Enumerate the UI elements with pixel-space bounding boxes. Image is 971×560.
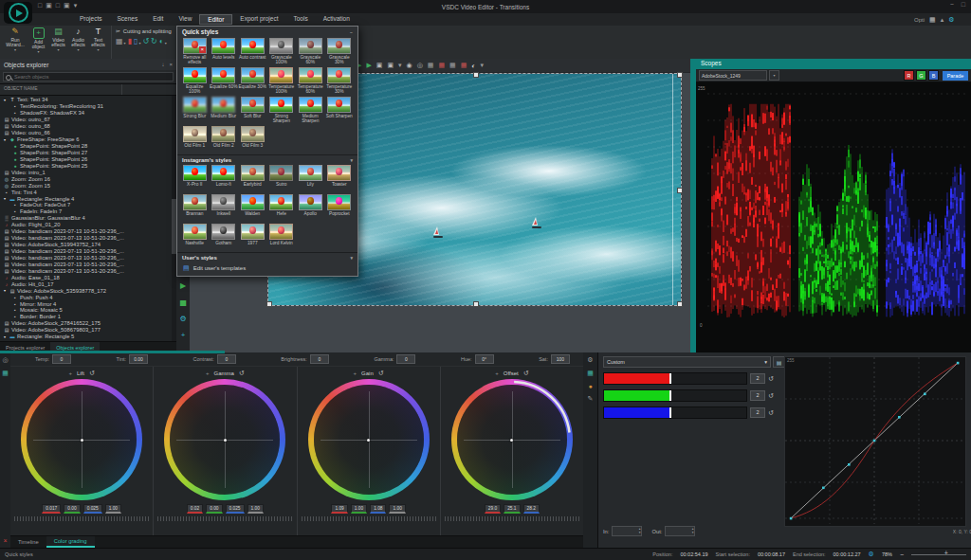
- quick-style-equalize-60[interactable]: Equalize 60%: [210, 67, 239, 95]
- parade-button[interactable]: Parade: [943, 71, 968, 81]
- tree-item[interactable]: ▤Video: AdobeStock_519943752_174: [0, 242, 176, 248]
- record-icon[interactable]: ◎: [2, 356, 8, 364]
- search-input[interactable]: [3, 72, 174, 81]
- quick-style-apollo[interactable]: Apollo: [296, 194, 325, 222]
- expander-icon[interactable]: ▾: [4, 137, 8, 142]
- quick-style-grayscale-60[interactable]: Grayscale 60%: [296, 38, 325, 65]
- chart-green-icon[interactable]: ▅: [180, 294, 186, 311]
- tree-item[interactable]: ▤Video: bandicam 2023-07-13 10-51-20-236…: [0, 267, 176, 274]
- wheel-value[interactable]: 0.025: [83, 504, 102, 514]
- blue-channel-bar[interactable]: [603, 406, 747, 419]
- quick-style-equalize-30[interactable]: Equalize 30%: [238, 67, 267, 95]
- selection-handle[interactable]: [473, 72, 479, 78]
- wheel-value[interactable]: 0.00: [64, 504, 80, 514]
- export-project-icon[interactable]: ▣: [64, 2, 70, 9]
- tree-item[interactable]: ▾▤Video: AdobeStock_535938778_172: [0, 287, 176, 294]
- tree-item[interactable]: ▤Video: AdobeStock_508679803_177: [0, 327, 176, 334]
- expander-icon[interactable]: ▾: [4, 196, 8, 201]
- expander-icon[interactable]: ▾: [4, 98, 8, 102]
- close-icon[interactable]: ×: [169, 62, 173, 67]
- channel-marker[interactable]: [669, 390, 671, 401]
- wheel-value[interactable]: 1.00: [389, 504, 405, 514]
- zoom-out-icon[interactable]: −: [900, 551, 904, 558]
- play-scene-icon[interactable]: ▶: [366, 62, 371, 69]
- tree-item[interactable]: ▤Video: bandicam 2023-07-13 10-51-20-236…: [0, 261, 176, 267]
- blue-channel-value[interactable]: 2: [750, 407, 765, 418]
- tree-item[interactable]: ▪Border: Border 1: [0, 314, 176, 320]
- tree-item[interactable]: ▤Video: intro_1: [0, 169, 176, 175]
- quick-style-temperature-60[interactable]: Temperature 60%: [296, 67, 325, 95]
- pin-icon[interactable]: ↓: [161, 62, 164, 67]
- gear-icon[interactable]: ⚙: [587, 356, 593, 364]
- wheel-value[interactable]: 1.09: [331, 504, 347, 514]
- red-channel-value[interactable]: 2: [750, 373, 765, 384]
- color-wheel-gain[interactable]: [308, 379, 430, 500]
- chevron-down-icon[interactable]: ▾: [350, 255, 353, 261]
- quick-style-toaster[interactable]: Toaster: [325, 165, 355, 192]
- tree-item[interactable]: ●ShapePoint: ShapePoint 28: [0, 143, 176, 150]
- menu-item-edit[interactable]: Edit: [145, 14, 171, 25]
- marker-red-icon[interactable]: ▦: [438, 62, 445, 69]
- quick-style-medium-blur[interactable]: Medium Blur: [210, 97, 239, 124]
- object-name-column-header[interactable]: OBJECT NAME: [0, 83, 176, 96]
- app-logo[interactable]: [4, 2, 32, 24]
- menu-item-view[interactable]: View: [171, 14, 199, 25]
- tree-item[interactable]: ▾◆FreeShape: FreeShape 6: [0, 136, 176, 143]
- layout-icon[interactable]: ▦: [929, 16, 936, 24]
- wheel-value[interactable]: 25.1: [504, 504, 520, 514]
- wheel-cursor[interactable]: [224, 439, 227, 442]
- quick-style-lomo-fi[interactable]: Lomo-fi: [210, 165, 239, 192]
- channel-button-r[interactable]: R: [904, 70, 914, 81]
- new-project-icon[interactable]: □: [38, 2, 42, 9]
- wheel-slider[interactable]: [302, 516, 436, 521]
- curve-preset-select[interactable]: Custom ▾: [603, 356, 771, 368]
- tree-item[interactable]: ▪TextRecoloring: TextRecoloring 31: [0, 103, 176, 110]
- channel-button-g[interactable]: G: [916, 70, 926, 81]
- collapse-ribbon-icon[interactable]: ▴: [941, 16, 944, 24]
- tree-item[interactable]: ▤Video: bandicam 2023-07-13 10-51-20-236…: [0, 235, 176, 242]
- wheel-value[interactable]: 1.08: [370, 504, 386, 514]
- channel-marker[interactable]: [669, 373, 671, 384]
- color-wheel-offset[interactable]: [451, 379, 573, 500]
- save-project-icon[interactable]: □: [56, 2, 60, 9]
- quick-style-strong-sharpen[interactable]: Strong Sharpen: [267, 97, 297, 124]
- tree-item[interactable]: ●ShapePoint: ShapePoint 27: [0, 150, 176, 156]
- wheel-cursor[interactable]: [81, 439, 83, 442]
- quick-style-temperature-30[interactable]: Temperature 30%: [325, 67, 355, 95]
- quick-style-gotham[interactable]: Gotham: [210, 224, 239, 251]
- style-copy-icon[interactable]: ▦▾: [116, 37, 126, 45]
- tree-item[interactable]: ◎Zoom: Zoom 16: [0, 175, 176, 182]
- tree-item[interactable]: ♪Audio: Flight_01_20: [0, 222, 176, 228]
- run-wizard-button[interactable]: ✎Run Wizard...▾: [2, 27, 28, 54]
- quick-style-inkwell[interactable]: Inkwell: [210, 194, 239, 222]
- tree-item[interactable]: ▾▬Rectangle: Rectangle 4: [0, 195, 176, 202]
- tree-item[interactable]: ●ShapePoint: ShapePoint 25: [0, 162, 176, 169]
- out-spinner[interactable]: ▴▾: [665, 526, 695, 536]
- rotate-cw-icon[interactable]: ↻: [151, 37, 157, 45]
- quick-style-sutro[interactable]: Sutro: [267, 165, 297, 192]
- zoom-in-icon[interactable]: ◉: [407, 62, 412, 69]
- tree-item[interactable]: ◎Zoom: Zoom 15: [0, 182, 176, 189]
- quick-style-1977[interactable]: 1977: [238, 224, 267, 251]
- text-effects-button[interactable]: TText effects▾: [88, 27, 108, 54]
- brightness-value[interactable]: 0: [310, 354, 329, 364]
- tab-color-grading[interactable]: Color grading: [46, 536, 95, 548]
- tree-item[interactable]: ▤Video: outro_68: [0, 123, 176, 130]
- quick-style-old-film-2[interactable]: Old Film 2: [210, 126, 239, 154]
- tree-item[interactable]: ▤Video: bandicam 2023-07-13 10-51-20-236…: [0, 228, 176, 235]
- tree-item[interactable]: ▤Video: bandicam 2023-07-13 10-51-20-236…: [0, 255, 176, 262]
- selection-handle[interactable]: [677, 301, 683, 307]
- menu-item-export-project[interactable]: Export project: [232, 14, 285, 25]
- edit-icon[interactable]: ✎: [588, 395, 594, 403]
- menu-item-activation[interactable]: Activation: [316, 14, 357, 25]
- edit-user-templates[interactable]: ▤ Edit user's templates: [177, 262, 357, 274]
- wheel-value[interactable]: 29.0: [485, 504, 501, 514]
- wheel-slider[interactable]: [445, 516, 579, 521]
- marker-red2-icon[interactable]: ▦: [461, 62, 467, 69]
- quick-style-equalize-100[interactable]: Equalize 100%: [180, 67, 210, 95]
- options-label[interactable]: Opti: [914, 17, 925, 23]
- quick-style-brannan[interactable]: Brannan: [180, 194, 210, 222]
- grid-small-icon[interactable]: ▦: [2, 370, 9, 377]
- tree-item[interactable]: ▤Video: outro_66: [0, 130, 176, 136]
- wheel-value[interactable]: 28.2: [523, 504, 540, 514]
